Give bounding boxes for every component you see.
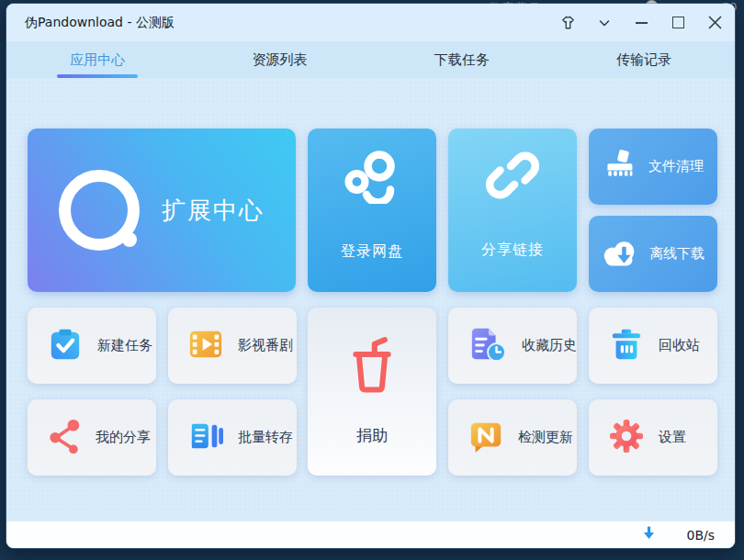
tile-label: 文件清理	[648, 158, 704, 175]
tile-label: 捐助	[356, 425, 388, 446]
netdisk-cloud-icon	[342, 147, 402, 207]
tile-label: 新建任务	[97, 337, 152, 354]
tab-resource-list[interactable]: 资源列表	[188, 41, 370, 78]
tile-offline-download[interactable]: 离线下载	[589, 216, 717, 292]
tile-login-netdisk[interactable]: 登录网盘	[308, 129, 436, 292]
trash-bin-icon	[609, 327, 644, 365]
tile-check-update[interactable]: 检测更新	[448, 399, 577, 476]
tab-label: 应用中心	[70, 51, 125, 69]
theme-skin-icon[interactable]	[549, 4, 586, 41]
window-title: 伪Pandownload - 公测版	[25, 4, 175, 41]
tile-label: 收藏历史	[522, 337, 577, 354]
tile-donate[interactable]: 捐助	[308, 308, 436, 476]
extension-center-icon	[59, 170, 140, 251]
minimize-button[interactable]	[623, 4, 659, 41]
tile-label: 设置	[659, 429, 686, 446]
titlebar[interactable]: 伪Pandownload - 公测版	[6, 4, 735, 41]
cloud-download-icon	[602, 237, 637, 272]
tile-movies-anime[interactable]: 影视番剧	[168, 308, 297, 384]
tab-transfer-records[interactable]: 传输记录	[553, 41, 735, 78]
maximize-button[interactable]	[659, 4, 696, 41]
statusbar: 0B/s	[6, 521, 735, 548]
close-button[interactable]	[696, 4, 733, 41]
share-nodes-icon	[48, 419, 81, 457]
history-doc-clock-icon	[468, 326, 507, 366]
tab-label: 传输记录	[616, 51, 671, 69]
window-controls	[549, 4, 733, 41]
tabbar: 应用中心 资源列表 下载任务 传输记录	[6, 41, 735, 78]
tile-label: 登录网盘	[341, 242, 403, 262]
tile-file-cleanup[interactable]: 文件清理	[589, 129, 717, 205]
tile-label: 离线下载	[649, 245, 705, 263]
tab-download-tasks[interactable]: 下载任务	[371, 41, 553, 78]
link-icon	[486, 149, 539, 206]
tile-label: 影视番剧	[238, 337, 293, 354]
collapse-chevron-icon[interactable]	[586, 4, 623, 41]
drink-cup-icon	[348, 337, 396, 398]
tile-label: 扩展中心	[162, 195, 265, 227]
task-check-icon	[48, 327, 83, 365]
tile-label: 回收站	[659, 337, 700, 354]
download-speed-value: 0B/s	[686, 528, 715, 543]
broom-icon	[603, 149, 636, 185]
tile-label: 检测更新	[518, 429, 573, 446]
tile-label: 批量转存	[238, 429, 293, 446]
new-version-icon	[468, 419, 503, 457]
tab-label: 下载任务	[434, 51, 490, 69]
tile-label: 我的分享	[96, 429, 151, 446]
app-window: 伪Pandownload - 公测版 应用中心 资源列表 下载任务	[6, 4, 735, 548]
tab-app-center[interactable]: 应用中心	[6, 41, 188, 78]
tile-batch-transfer[interactable]: 批量转存	[168, 399, 297, 476]
tile-favorites-history[interactable]: 收藏历史	[448, 308, 577, 384]
download-speed-icon	[643, 526, 655, 543]
tile-my-shares[interactable]: 我的分享	[28, 399, 156, 476]
tile-share-link[interactable]: 分享链接	[448, 129, 577, 292]
film-play-icon	[188, 327, 223, 365]
batch-save-icon	[188, 419, 223, 457]
tile-recycle-bin[interactable]: 回收站	[589, 308, 717, 384]
tile-label: 分享链接	[481, 241, 544, 260]
gear-icon	[609, 419, 644, 457]
tile-new-task[interactable]: 新建任务	[28, 308, 156, 384]
tile-settings[interactable]: 设置	[589, 399, 717, 476]
tab-label: 资源列表	[252, 51, 307, 69]
tile-extension-center[interactable]: 扩展中心	[28, 129, 296, 292]
